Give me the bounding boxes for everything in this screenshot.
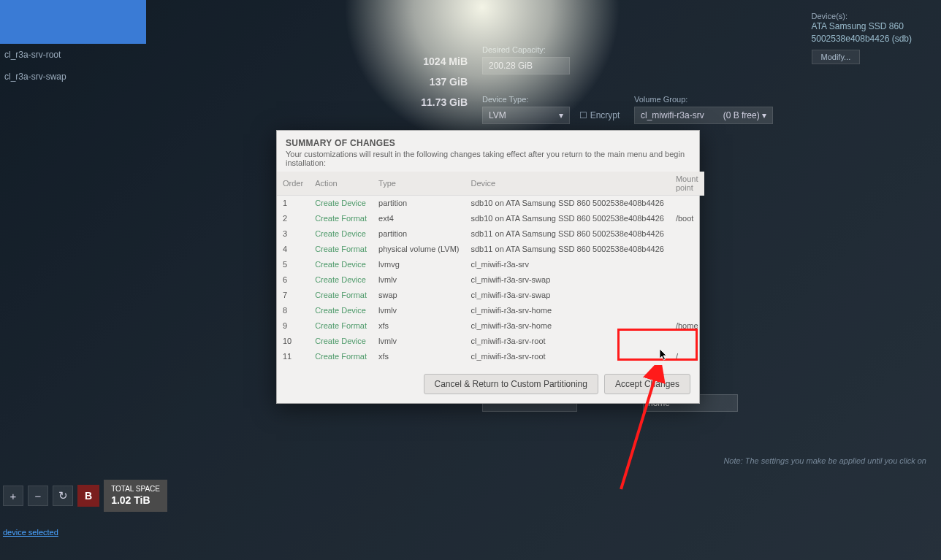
table-row[interactable]: 3Create Devicepartitionsdb11 on ATA Sams… [277, 226, 704, 242]
sidebar-item[interactable]: cl_r3a-srv-root [0, 44, 146, 66]
cell-action: Create Device [309, 303, 373, 318]
cell-order: 8 [277, 303, 309, 318]
remove-button[interactable]: − [28, 486, 48, 506]
cell-order: 6 [277, 272, 309, 288]
device-model: ATA Samsung SSD 860 [812, 20, 912, 33]
devices-label: Device(s): [812, 12, 912, 20]
cell-device: sdb10 on ATA Samsung SSD 860 5002538e408… [465, 196, 670, 212]
chevron-down-icon: ▾ [762, 110, 766, 120]
table-row[interactable]: 5Create Devicelvmvgcl_miwifi-r3a-srv [277, 257, 704, 272]
cell-type: lvmlv [373, 272, 465, 288]
col-type[interactable]: Type [373, 172, 465, 196]
col-mount[interactable]: Mount point [670, 172, 704, 196]
cell-device: cl_miwifi-r3a-srv-root [465, 349, 670, 364]
cell-mount [670, 242, 704, 257]
col-action[interactable]: Action [309, 172, 373, 196]
cell-type: lvmlv [373, 334, 465, 349]
cell-mount: /home [670, 318, 704, 334]
cell-device: cl_miwifi-r3a-srv-swap [465, 288, 670, 303]
sidebar-selected[interactable] [0, 0, 146, 44]
refresh-button[interactable]: ↻ [53, 486, 73, 506]
cell-type: physical volume (LVM) [373, 242, 465, 257]
cell-order: 7 [277, 288, 309, 303]
cell-order: 5 [277, 257, 309, 272]
cell-mount [670, 334, 704, 349]
table-row[interactable]: 8Create Devicelvmlvcl_miwifi-r3a-srv-hom… [277, 303, 704, 318]
table-row[interactable]: 11Create Formatxfscl_miwifi-r3a-srv-root… [277, 349, 704, 364]
table-row[interactable]: 6Create Devicelvmlvcl_miwifi-r3a-srv-swa… [277, 272, 704, 288]
size-value: 137 GiB [395, 72, 468, 92]
cell-order: 10 [277, 334, 309, 349]
storage-devices-link[interactable]: device selected [3, 528, 58, 537]
partition-sizes: 1024 MiB 137 GiB 11.73 GiB [395, 51, 468, 112]
cell-order: 3 [277, 226, 309, 242]
cell-order: 4 [277, 242, 309, 257]
add-button[interactable]: + [3, 486, 23, 506]
size-value: 1024 MiB [395, 51, 468, 72]
cell-action: Create Format [309, 288, 373, 303]
accept-changes-button[interactable]: Accept Changes [604, 374, 690, 394]
cell-action: Create Device [309, 334, 373, 349]
col-device[interactable]: Device [465, 172, 670, 196]
cell-mount: /boot [670, 211, 704, 226]
cell-action: Create Format [309, 318, 373, 334]
table-row[interactable]: 7Create Formatswapcl_miwifi-r3a-srv-swap [277, 288, 704, 303]
cell-mount [670, 196, 704, 212]
cell-action: Create Device [309, 257, 373, 272]
cell-device: sdb11 on ATA Samsung SSD 860 5002538e408… [465, 242, 670, 257]
cell-type: xfs [373, 349, 465, 364]
cell-device: cl_miwifi-r3a-srv-home [465, 318, 670, 334]
cell-action: Create Format [309, 242, 373, 257]
cell-device: cl_miwifi-r3a-srv [465, 257, 670, 272]
modify-button[interactable]: Modify... [812, 50, 861, 64]
table-row[interactable]: 9Create Formatxfscl_miwifi-r3a-srv-home/… [277, 318, 704, 334]
cell-mount: / [670, 349, 704, 364]
cell-order: 2 [277, 211, 309, 226]
col-order[interactable]: Order [277, 172, 309, 196]
cell-type: partition [373, 196, 465, 212]
cell-action: Create Device [309, 196, 373, 212]
volume-group-select[interactable]: cl_miwifi-r3a-srv (0 B free) ▾ [634, 107, 773, 124]
cell-type: swap [373, 288, 465, 303]
cell-device: sdb10 on ATA Samsung SSD 860 5002538e408… [465, 211, 670, 226]
cell-mount [670, 226, 704, 242]
desired-capacity-label: Desired Capacity: [482, 45, 570, 54]
cell-type: lvmlv [373, 303, 465, 318]
cell-order: 11 [277, 349, 309, 364]
bottom-toolbar: + − ↻ B TOTAL SPACE 1.02 TiB [0, 475, 170, 516]
cell-mount [670, 303, 704, 318]
cell-mount [670, 272, 704, 288]
cell-type: ext4 [373, 211, 465, 226]
changes-table: Order Action Type Device Mount point 1Cr… [277, 172, 704, 365]
cell-device: cl_miwifi-r3a-srv-root [465, 334, 670, 349]
cell-action: Create Format [309, 211, 373, 226]
volume-group-label: Volume Group: [634, 95, 773, 104]
cell-order: 9 [277, 318, 309, 334]
table-row[interactable]: 1Create Devicepartitionsdb10 on ATA Sams… [277, 196, 704, 212]
cell-type: partition [373, 226, 465, 242]
size-value: 11.73 GiB [395, 92, 468, 112]
encrypt-checkbox[interactable]: ☐ Encrypt [579, 110, 620, 120]
settings-note: Note: The settings you make be applied u… [723, 456, 926, 465]
cell-action: Create Format [309, 349, 373, 364]
cancel-button[interactable]: Cancel & Return to Custom Partitioning [424, 374, 598, 394]
cell-type: xfs [373, 318, 465, 334]
chevron-down-icon: ▾ [559, 110, 563, 120]
device-type-select[interactable]: LVM ▾ [482, 107, 570, 124]
sidebar-item[interactable]: cl_r3a-srv-swap [0, 66, 146, 88]
cell-action: Create Device [309, 226, 373, 242]
device-id: 5002538e408b4426 (sdb) [812, 33, 912, 45]
cell-device: cl_miwifi-r3a-srv-home [465, 303, 670, 318]
desired-capacity-input[interactable]: 200.28 GiB [482, 57, 570, 74]
dialog-title: SUMMARY OF CHANGES [277, 131, 699, 150]
cell-order: 1 [277, 196, 309, 212]
summary-of-changes-dialog: SUMMARY OF CHANGES Your customizations w… [276, 130, 700, 404]
table-row[interactable]: 4Create Formatphysical volume (LVM)sdb11… [277, 242, 704, 257]
cell-action: Create Device [309, 272, 373, 288]
table-row[interactable]: 2Create Formatext4sdb10 on ATA Samsung S… [277, 211, 704, 226]
dialog-subtitle: Your customizations will result in the f… [277, 150, 699, 172]
available-space-badge: B [77, 485, 99, 507]
total-space-badge: TOTAL SPACE 1.02 TiB [104, 480, 167, 511]
table-row[interactable]: 10Create Devicelvmlvcl_miwifi-r3a-srv-ro… [277, 334, 704, 349]
partition-sidebar: cl_r3a-srv-root cl_r3a-srv-swap [0, 0, 146, 467]
